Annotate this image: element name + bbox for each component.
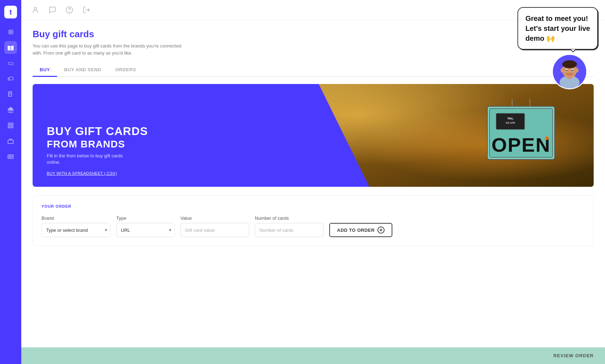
tab-buy[interactable]: BUY — [33, 63, 57, 77]
logout-icon[interactable] — [81, 4, 92, 16]
chatbot-widget: Great to meet you!Let's start your lived… — [517, 7, 598, 89]
user-icon[interactable] — [30, 4, 41, 16]
svg-point-45 — [572, 69, 573, 71]
add-to-order-group: ADD TO ORDER + — [329, 223, 392, 237]
cards-field-group: Number of cards — [255, 215, 324, 237]
svg-text:Yes,: Yes, — [507, 117, 514, 120]
brand-field-group: Brand Type or select brand ▾ — [41, 215, 111, 237]
type-label: Type — [116, 215, 175, 221]
tab-buy-and-send[interactable]: BUY AND SEND — [57, 63, 108, 77]
svg-point-40 — [561, 68, 564, 73]
order-section-label: YOUR ORDER — [41, 204, 585, 208]
hero-banner: BUY GIFT CARDS FROM BRANDS Fill in the f… — [33, 84, 594, 187]
hero-title: BUY GIFT CARDS — [47, 125, 355, 138]
chat-icon[interactable] — [47, 4, 58, 16]
sidebar-item-transactions[interactable]: ▭ — [4, 57, 17, 69]
svg-rect-16 — [11, 126, 13, 128]
plus-circle-icon: + — [377, 226, 385, 234]
tab-orders[interactable]: ORDERS — [108, 63, 143, 77]
svg-text:WE ARE: WE ARE — [505, 122, 515, 124]
sidebar-item-documents[interactable] — [4, 88, 17, 101]
add-to-order-button[interactable]: ADD TO ORDER + — [329, 223, 392, 237]
review-order-bar: REVIEW ORDER — [21, 347, 605, 364]
sidebar-item-briefcase[interactable] — [4, 135, 17, 147]
value-input[interactable] — [180, 223, 249, 237]
type-field-group: Type URL Physical Email ▾ — [116, 215, 175, 237]
sidebar-logo[interactable]: t — [4, 6, 17, 18]
hero-left: BUY GIFT CARDS FROM BRANDS Fill in the f… — [33, 84, 369, 187]
sidebar: t ⊞ ▭ 🏷 — [0, 0, 21, 364]
svg-point-34 — [545, 136, 549, 140]
cards-input[interactable] — [255, 223, 324, 237]
brand-select-wrapper: Type or select brand ▾ — [41, 223, 111, 237]
svg-point-39 — [562, 60, 577, 68]
brand-label: Brand — [41, 215, 111, 221]
svg-rect-17 — [8, 140, 13, 144]
svg-marker-12 — [8, 107, 13, 110]
type-select[interactable]: URL Physical Email — [116, 223, 175, 237]
svg-point-22 — [34, 7, 37, 10]
add-to-order-label: ADD TO ORDER — [337, 228, 375, 233]
help-icon[interactable] — [64, 4, 75, 16]
svg-rect-14 — [11, 123, 13, 125]
svg-point-41 — [575, 68, 578, 73]
sidebar-item-labels[interactable]: 🏷 — [4, 72, 17, 85]
sidebar-item-id-card[interactable] — [4, 150, 17, 163]
hero-subtitle-brands: FROM BRANDS — [47, 139, 355, 150]
hero-spreadsheet-link[interactable]: BUY WITH A SPREADSHEET (.CSV) — [47, 171, 355, 175]
page-title: Buy gift cards — [33, 29, 594, 40]
brand-select[interactable]: Type or select brand — [41, 223, 111, 237]
order-fields: Brand Type or select brand ▾ Type URL — [41, 215, 585, 237]
open-sign: Yes, WE ARE OPEN — [477, 99, 565, 172]
svg-rect-15 — [8, 126, 10, 128]
svg-rect-13 — [8, 123, 10, 125]
sidebar-item-grid[interactable] — [4, 119, 17, 132]
chat-bubble: Great to meet you!Let's start your lived… — [517, 7, 598, 50]
sidebar-item-gift-cards[interactable] — [4, 41, 17, 54]
svg-text:OPEN: OPEN — [492, 134, 551, 156]
hero-subtitle-text: Fill in the from below to buy gift cards… — [47, 153, 125, 166]
chat-avatar-container — [552, 54, 598, 89]
sidebar-item-bank[interactable] — [4, 103, 17, 116]
order-section: YOUR ORDER Brand Type or select brand ▾ … — [33, 195, 594, 246]
value-label: Value — [180, 215, 249, 221]
chat-avatar[interactable] — [552, 54, 587, 89]
cards-label: Number of cards — [255, 215, 324, 221]
svg-point-44 — [566, 69, 568, 71]
type-select-wrapper: URL Physical Email ▾ — [116, 223, 175, 237]
tabs: BUY BUY AND SEND ORDERS — [33, 63, 594, 77]
chat-text: Great to meet you!Let's start your lived… — [525, 13, 590, 43]
sidebar-item-dashboard[interactable]: ⊞ — [4, 26, 17, 38]
value-field-group: Value — [180, 215, 249, 237]
svg-point-19 — [9, 156, 11, 158]
svg-point-46 — [565, 73, 574, 76]
review-order-button[interactable]: REVIEW ORDER — [553, 353, 594, 358]
page-description: You can use this page to buy gift cards … — [33, 43, 189, 56]
